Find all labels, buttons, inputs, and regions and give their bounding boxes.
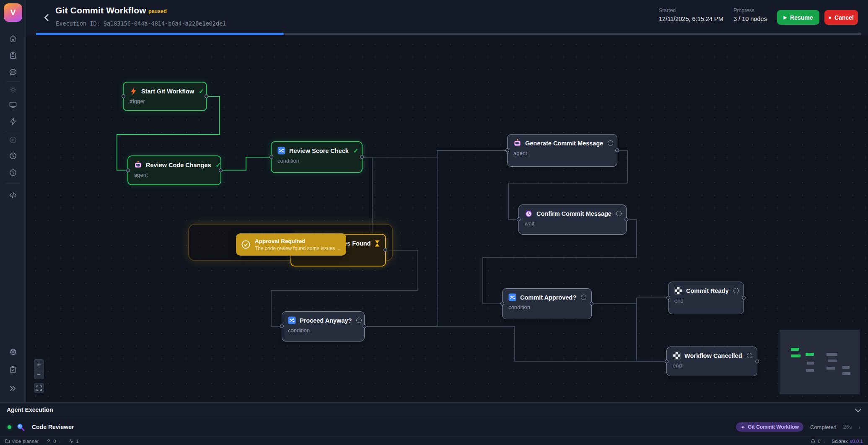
clock-icon[interactable] bbox=[9, 152, 17, 160]
node-proceed-anyway[interactable]: Proceed Anyway? condition bbox=[282, 311, 365, 342]
agent-status-dot bbox=[8, 425, 11, 429]
progress-label: Progress bbox=[733, 8, 767, 13]
minimap[interactable] bbox=[780, 330, 860, 394]
collapse-chevrons-icon[interactable] bbox=[9, 384, 17, 392]
edge bbox=[363, 150, 507, 157]
node-commit-approved[interactable]: Commit Approved? condition bbox=[502, 288, 592, 319]
output-port[interactable] bbox=[742, 296, 746, 300]
input-port[interactable] bbox=[122, 94, 125, 98]
output-port[interactable] bbox=[363, 324, 366, 328]
fit-view-button[interactable] bbox=[34, 383, 44, 393]
output-port[interactable] bbox=[615, 148, 619, 152]
check-circle-icon bbox=[241, 240, 251, 249]
started-block: Started 12/11/2025, 6:15:24 PM bbox=[659, 8, 723, 22]
magnifier-icon bbox=[16, 423, 25, 432]
back-button[interactable] bbox=[41, 12, 53, 23]
zoom-in-button[interactable]: + bbox=[34, 359, 44, 369]
completed-check-icon: ✓ bbox=[199, 88, 204, 95]
settings-gear-icon[interactable] bbox=[9, 348, 17, 356]
chevron-down-icon[interactable] bbox=[855, 406, 862, 412]
agent-panel-title: Agent Execution bbox=[7, 406, 53, 413]
output-port[interactable] bbox=[383, 248, 387, 252]
agent-panel-header[interactable]: Agent Execution bbox=[0, 402, 868, 417]
pending-circle-icon bbox=[616, 211, 622, 216]
history-icon[interactable] bbox=[9, 168, 17, 177]
node-confirm-commit-message[interactable]: Confirm Commit Message wait bbox=[518, 204, 627, 235]
node-type-label: agent bbox=[134, 172, 215, 178]
shuffle-icon bbox=[508, 293, 516, 301]
resume-button[interactable]: ▶ Resume bbox=[777, 10, 819, 25]
pending-circle-icon bbox=[733, 288, 739, 293]
workflow-canvas[interactable]: Start Git Workflow ✓ trigger Review Code… bbox=[26, 36, 868, 402]
shuffle-icon bbox=[288, 316, 296, 324]
output-port[interactable] bbox=[360, 155, 364, 159]
pulse-icon bbox=[69, 439, 74, 444]
chat-icon[interactable] bbox=[9, 68, 17, 76]
status-badge: paused bbox=[148, 8, 167, 14]
play-circle-icon[interactable] bbox=[9, 136, 17, 144]
output-port[interactable] bbox=[624, 217, 628, 221]
app-logo[interactable]: V bbox=[4, 3, 22, 22]
node-start-git-workflow[interactable]: Start Git Workflow ✓ trigger bbox=[123, 82, 207, 111]
status-bar: vibe-planner 0 ⌄ 1 0 ⌄ Sciorex v0.0.1 bbox=[0, 437, 868, 445]
workflow-badge[interactable]: Git Commit Workflow bbox=[736, 422, 803, 432]
notifications-count: 0 bbox=[818, 439, 820, 444]
output-port[interactable] bbox=[205, 94, 208, 98]
sidebar-divider bbox=[5, 131, 21, 131]
clipboard-icon[interactable] bbox=[9, 51, 17, 60]
node-generate-commit-message[interactable]: Generate Commit Message agent bbox=[507, 134, 617, 167]
progress-fill bbox=[36, 33, 284, 35]
input-port[interactable] bbox=[665, 360, 668, 363]
pending-circle-icon bbox=[608, 140, 613, 146]
toast-title: Approval Required bbox=[255, 238, 341, 244]
node-title: Commit Approved? bbox=[520, 294, 576, 301]
clipboard-check-icon[interactable] bbox=[9, 365, 17, 374]
input-port[interactable] bbox=[517, 217, 521, 221]
agent-status: Completed bbox=[810, 424, 837, 430]
agent-duration: 26s bbox=[843, 424, 852, 430]
node-review-score-check[interactable]: Review Score Check ✓ condition bbox=[271, 141, 363, 173]
project-item[interactable]: vibe-planner bbox=[5, 439, 39, 444]
monitor-icon[interactable] bbox=[9, 101, 17, 109]
input-port[interactable] bbox=[500, 302, 504, 305]
output-port[interactable] bbox=[219, 168, 223, 172]
notifications-item[interactable]: 0 ⌄ bbox=[811, 439, 826, 444]
hourglass-icon bbox=[374, 240, 380, 247]
gear-icon[interactable] bbox=[9, 85, 17, 94]
output-port[interactable] bbox=[755, 360, 759, 363]
brand-version: v0.0.1 bbox=[850, 439, 863, 444]
cancel-button[interactable]: ■ Cancel bbox=[824, 10, 858, 25]
progress-block: Progress 3 / 10 nodes bbox=[733, 8, 767, 22]
output-port[interactable] bbox=[590, 302, 593, 305]
robot-icon bbox=[513, 139, 521, 147]
node-title: Generate Commit Message bbox=[525, 140, 603, 147]
project-name: vibe-planner bbox=[12, 439, 39, 444]
node-review-code-changes[interactable]: Review Code Changes ✓ agent bbox=[127, 155, 221, 185]
users-item[interactable]: 0 ⌄ bbox=[46, 439, 61, 444]
agent-row[interactable]: Code Reviewer Git Commit Workflow Comple… bbox=[0, 417, 868, 437]
node-commit-ready[interactable]: Commit Ready end bbox=[668, 282, 744, 314]
stop-icon: ■ bbox=[829, 15, 831, 20]
brand-name: Sciorex bbox=[832, 439, 847, 444]
pending-circle-icon bbox=[747, 353, 752, 358]
input-port[interactable] bbox=[280, 324, 284, 328]
code-icon[interactable] bbox=[9, 191, 17, 199]
home-icon[interactable] bbox=[9, 34, 17, 43]
zoom-out-button[interactable]: − bbox=[34, 369, 44, 379]
input-port[interactable] bbox=[126, 168, 130, 172]
chevron-right-icon[interactable]: › bbox=[858, 424, 860, 431]
input-port[interactable] bbox=[505, 148, 509, 152]
activity-item[interactable]: 1 bbox=[69, 439, 78, 444]
input-port[interactable] bbox=[269, 155, 273, 159]
approval-toast[interactable]: Approval Required The code review found … bbox=[236, 233, 346, 256]
node-workflow-cancelled[interactable]: Workflow Cancelled end bbox=[666, 347, 757, 376]
toast-message: The code review found some issues ... bbox=[255, 246, 341, 251]
edge bbox=[365, 326, 666, 361]
node-type-label: wait bbox=[525, 220, 620, 227]
sidebar: V bbox=[0, 0, 26, 402]
page-title: Git Commit Workflow bbox=[55, 5, 146, 16]
input-port[interactable] bbox=[666, 296, 670, 300]
lightning-icon[interactable] bbox=[9, 117, 17, 126]
fit-view-icon bbox=[36, 385, 42, 391]
folder-icon bbox=[5, 439, 10, 444]
